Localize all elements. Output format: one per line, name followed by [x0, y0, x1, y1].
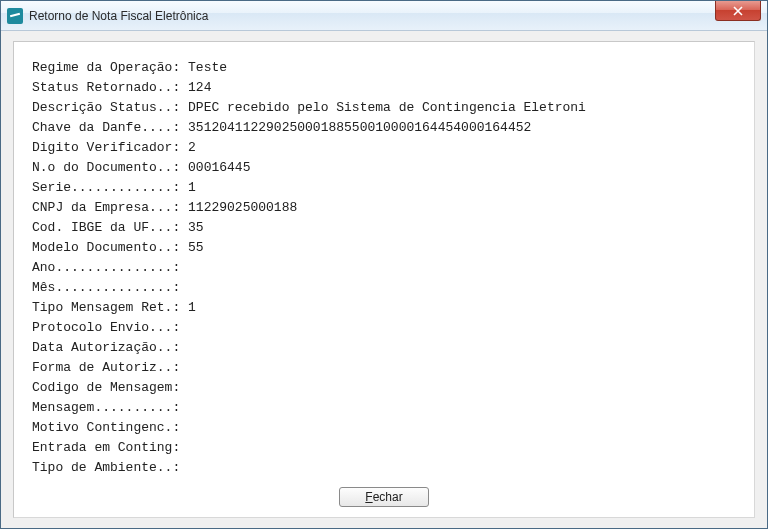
- field-value: DPEC recebido pelo Sistema de Contingenc…: [188, 98, 586, 118]
- field-label: Descrição Status..:: [32, 98, 188, 118]
- field-row: Modelo Documento..: 55: [32, 238, 736, 258]
- field-row: N.o do Documento..: 00016445: [32, 158, 736, 178]
- field-row: Regime da Operação: Teste: [32, 58, 736, 78]
- field-label: Chave da Danfe....:: [32, 118, 188, 138]
- field-row: Tipo Mensagem Ret.: 1: [32, 298, 736, 318]
- close-button[interactable]: Fechar: [339, 487, 429, 507]
- field-label: Mensagem..........:: [32, 398, 188, 418]
- field-label: N.o do Documento..:: [32, 158, 188, 178]
- field-value: 1: [188, 178, 196, 198]
- field-label: Serie.............:: [32, 178, 188, 198]
- field-label: Modelo Documento..:: [32, 238, 188, 258]
- field-row: Status Retornado..: 124: [32, 78, 736, 98]
- field-row: Forma de Autoriz..:: [32, 358, 736, 378]
- field-value: 1: [188, 298, 196, 318]
- field-value: 2: [188, 138, 196, 158]
- field-label: Protocolo Envio...:: [32, 318, 188, 338]
- field-label: Mês...............:: [32, 278, 188, 298]
- field-value: 124: [188, 78, 211, 98]
- close-icon: [733, 6, 743, 16]
- field-label: Status Retornado..:: [32, 78, 188, 98]
- field-row: Entrada em Conting:: [32, 438, 736, 458]
- field-label: Motivo Contingenc.:: [32, 418, 188, 438]
- field-label: Data Autorização..:: [32, 338, 188, 358]
- field-value: Teste: [188, 58, 227, 78]
- content-panel: Regime da Operação: TesteStatus Retornad…: [13, 41, 755, 518]
- field-label: Ano...............:: [32, 258, 188, 278]
- field-row: Motivo Contingenc.:: [32, 418, 736, 438]
- button-row: Fechar: [14, 487, 754, 507]
- titlebar: Retorno de Nota Fiscal Eletrônica: [1, 1, 767, 31]
- field-row: Data Autorização..:: [32, 338, 736, 358]
- field-row: Serie.............: 1: [32, 178, 736, 198]
- app-icon: [7, 8, 23, 24]
- field-label: CNPJ da Empresa...:: [32, 198, 188, 218]
- field-value: 3512041122902500018855001000016445400016…: [188, 118, 531, 138]
- field-label: Regime da Operação:: [32, 58, 188, 78]
- field-row: Tipo de Ambiente..:: [32, 458, 736, 478]
- field-row: Digito Verificador: 2: [32, 138, 736, 158]
- field-row: Mensagem..........:: [32, 398, 736, 418]
- field-label: Digito Verificador:: [32, 138, 188, 158]
- field-row: Cod. IBGE da UF...: 35: [32, 218, 736, 238]
- field-label: Codigo de Mensagem:: [32, 378, 188, 398]
- field-value: 11229025000188: [188, 198, 297, 218]
- field-row: Descrição Status..: DPEC recebido pelo S…: [32, 98, 736, 118]
- field-value: 55: [188, 238, 204, 258]
- window-title: Retorno de Nota Fiscal Eletrônica: [29, 9, 208, 23]
- field-row: CNPJ da Empresa...: 11229025000188: [32, 198, 736, 218]
- field-row: Codigo de Mensagem:: [32, 378, 736, 398]
- field-row: Ano...............:: [32, 258, 736, 278]
- field-row: Protocolo Envio...:: [32, 318, 736, 338]
- field-label: Entrada em Conting:: [32, 438, 188, 458]
- field-value: 00016445: [188, 158, 250, 178]
- field-label: Forma de Autoriz..:: [32, 358, 188, 378]
- field-row: Chave da Danfe....: 35120411229025000188…: [32, 118, 736, 138]
- field-label: Cod. IBGE da UF...:: [32, 218, 188, 238]
- field-label: Tipo de Ambiente..:: [32, 458, 188, 478]
- window-controls: [715, 1, 767, 21]
- app-window: Retorno de Nota Fiscal Eletrônica Regime…: [0, 0, 768, 529]
- window-close-button[interactable]: [715, 1, 761, 21]
- fields-list: Regime da Operação: TesteStatus Retornad…: [32, 58, 736, 478]
- field-row: Mês...............:: [32, 278, 736, 298]
- field-label: Tipo Mensagem Ret.:: [32, 298, 188, 318]
- field-value: 35: [188, 218, 204, 238]
- client-area: Regime da Operação: TesteStatus Retornad…: [1, 31, 767, 528]
